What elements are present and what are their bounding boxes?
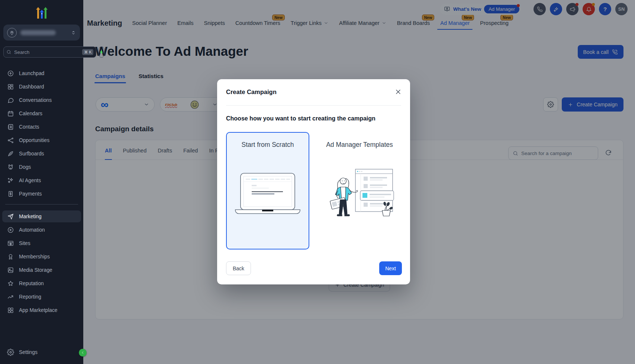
sidebar-item-app-marketplace[interactable]: App Marketplace [2,304,81,316]
sidebar-item-label: Payments [19,191,42,197]
chevron-left-icon [81,351,85,355]
search-shortcut: ⌘ K [82,49,93,55]
sidebar-item-ai-agents[interactable]: AI Agents [2,174,81,186]
close-icon[interactable] [394,88,402,96]
memberships-icon [7,253,14,260]
sidebar-item-label: Calendars [19,111,42,116]
sidebar-item-label: Dashboard [19,84,44,90]
sidebar-item-marketing[interactable]: Marketing [2,210,81,222]
sidebar-item-dogs[interactable]: Dogs [2,161,81,173]
sidebar-item-label: App Marketplace [19,307,58,313]
highlevel-logo [0,4,83,20]
sidebar-item-label: Launchpad [19,71,44,76]
sidebar-item-launchpad[interactable]: Launchpad [2,67,81,79]
sidebar-item-reputation[interactable]: Reputation [2,277,81,289]
opportunities-icon [7,137,14,144]
sidebar-collapse-button[interactable] [79,349,87,357]
launchpad-icon [7,70,14,77]
sidebar-item-settings[interactable]: Settings [2,346,81,358]
ai-agents-icon [7,177,14,184]
sidebar-nav: Launchpad Dashboard Conversations Calend… [0,67,83,318]
gear-icon [7,349,14,356]
automation-icon [7,226,14,233]
sidebar: ⌘ K Launchpad Dashboard Conversations Ca… [0,0,83,364]
create-campaign-modal: Create Campaign Choose how you want to s… [217,79,410,284]
sites-icon [7,240,14,247]
quick-actions-button[interactable] [99,46,104,58]
sidebar-search[interactable]: ⌘ K [3,46,96,58]
sidebar-item-label: Reporting [19,294,41,300]
app-marketplace-icon [7,307,14,314]
account-name-redacted [20,30,56,35]
sidebar-item-contacts[interactable]: Contacts [2,121,81,133]
sidebar-item-label: Dogs [19,164,31,170]
location-pin-icon [7,28,17,38]
sidebar-item-label: Marketing [19,214,42,219]
modal-divider [226,105,401,106]
sidebar-item-automation[interactable]: Automation [2,224,81,236]
sidebar-item-label: Memberships [19,254,50,260]
dogs-icon [7,164,14,171]
sidebar-item-media-storage[interactable]: Media Storage [2,264,81,276]
next-button[interactable]: Next [379,261,402,275]
sidebar-item-label: Automation [19,227,45,233]
sidebar-item-label: Reputation [19,281,44,286]
sidebar-item-label: AI Agents [19,178,41,183]
sidebar-item-sites[interactable]: Sites [2,237,81,249]
sidebar-item-opportunities[interactable]: Opportunities [2,134,81,146]
sidebar-item-label: Contacts [19,124,39,130]
settings-label: Settings [19,349,38,355]
modal-title: Create Campaign [226,88,277,96]
reporting-icon [7,293,14,300]
media-storage-icon [7,267,14,274]
sidebar-item-label: Surfboards [19,151,44,157]
surfboards-icon [7,150,14,157]
calendars-icon [7,110,14,117]
conversations-icon [7,97,14,104]
marketing-icon [7,213,14,220]
sidebar-item-label: Sites [19,241,30,246]
sidebar-item-calendars[interactable]: Calendars [2,107,81,119]
dashboard-icon [7,83,14,90]
sidebar-item-label: Conversations [19,97,52,103]
sidebar-item-reporting[interactable]: Reporting [2,291,81,303]
templates-illustration [324,168,395,222]
sidebar-item-surfboards[interactable]: Surfboards [2,148,81,160]
payments-icon [7,190,14,197]
reputation-icon [7,280,14,287]
account-switcher[interactable] [3,25,80,41]
chevron-updown-icon [71,29,76,37]
sidebar-search-input[interactable] [14,49,80,55]
sidebar-item-memberships[interactable]: Memberships [2,251,81,262]
sidebar-item-label: Media Storage [19,267,52,273]
lightning-bolt-icon [99,49,104,55]
search-icon [6,49,12,55]
sidebar-item-dashboard[interactable]: Dashboard [2,81,81,93]
sidebar-item-label: Opportunities [19,138,49,143]
option-start-from-scratch[interactable]: Start from Scratch [226,132,309,249]
sidebar-item-payments[interactable]: Payments [2,188,81,200]
sidebar-divider [5,204,78,204]
option-ad-manager-templates[interactable]: Ad Manager Templates [318,132,401,249]
contacts-icon [7,123,14,131]
modal-subtitle: Choose how you want to start creating th… [226,115,401,122]
laptop-illustration [231,171,305,218]
sidebar-item-conversations[interactable]: Conversations [2,94,81,106]
back-button[interactable]: Back [226,261,251,275]
